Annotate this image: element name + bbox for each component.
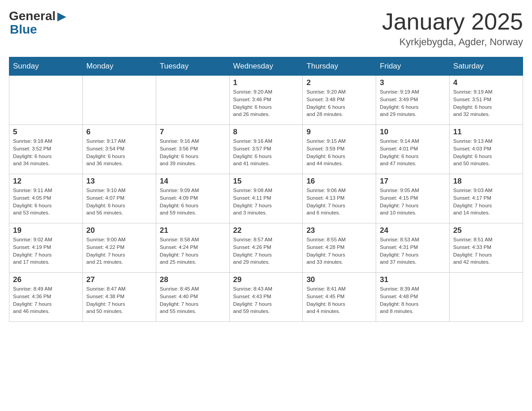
calendar-day-cell: 24Sunrise: 8:53 AM Sunset: 4:31 PM Dayli… [376, 223, 450, 273]
calendar-day-cell: 15Sunrise: 9:08 AM Sunset: 4:11 PM Dayli… [229, 174, 303, 223]
day-info: Sunrise: 9:13 AM Sunset: 4:03 PM Dayligh… [453, 137, 519, 167]
day-info: Sunrise: 9:15 AM Sunset: 3:59 PM Dayligh… [306, 137, 372, 167]
day-info: Sunrise: 8:43 AM Sunset: 4:43 PM Dayligh… [233, 285, 299, 315]
calendar-day-cell: 10Sunrise: 9:14 AM Sunset: 4:01 PM Dayli… [376, 125, 450, 174]
calendar-day-cell: 20Sunrise: 9:00 AM Sunset: 4:22 PM Dayli… [82, 223, 156, 273]
calendar-week-row: 1Sunrise: 9:20 AM Sunset: 3:46 PM Daylig… [9, 76, 523, 125]
calendar-header-right: January 2025 Kyrkjebygda, Agder, Norway [382, 9, 523, 48]
calendar-day-cell: 16Sunrise: 9:06 AM Sunset: 4:13 PM Dayli… [303, 174, 376, 223]
calendar-day-cell: 13Sunrise: 9:10 AM Sunset: 4:07 PM Dayli… [82, 174, 156, 223]
day-number: 16 [306, 177, 372, 186]
calendar-day-cell [9, 76, 83, 125]
calendar-day-cell: 25Sunrise: 8:51 AM Sunset: 4:33 PM Dayli… [450, 223, 523, 273]
calendar-day-cell: 7Sunrise: 9:16 AM Sunset: 3:56 PM Daylig… [156, 125, 229, 174]
logo: General Blue [9, 9, 66, 36]
day-number: 6 [86, 128, 152, 137]
calendar-day-cell: 17Sunrise: 9:05 AM Sunset: 4:15 PM Dayli… [376, 174, 450, 223]
day-of-week-header: Thursday [303, 57, 376, 76]
day-number: 26 [13, 275, 79, 284]
day-number: 9 [306, 128, 372, 137]
day-info: Sunrise: 8:49 AM Sunset: 4:36 PM Dayligh… [13, 285, 79, 315]
day-info: Sunrise: 9:17 AM Sunset: 3:54 PM Dayligh… [86, 137, 152, 167]
day-info: Sunrise: 9:03 AM Sunset: 4:17 PM Dayligh… [453, 187, 519, 217]
day-number: 28 [160, 275, 226, 284]
calendar-day-cell: 30Sunrise: 8:41 AM Sunset: 4:45 PM Dayli… [303, 273, 376, 322]
day-number: 20 [86, 226, 152, 235]
day-number: 19 [13, 226, 79, 235]
day-number: 1 [233, 78, 299, 87]
day-info: Sunrise: 9:16 AM Sunset: 3:56 PM Dayligh… [160, 137, 226, 167]
calendar-day-cell: 1Sunrise: 9:20 AM Sunset: 3:46 PM Daylig… [229, 76, 303, 125]
logo-icon [57, 13, 66, 21]
day-info: Sunrise: 8:55 AM Sunset: 4:28 PM Dayligh… [306, 236, 372, 266]
day-number: 27 [86, 275, 152, 284]
day-info: Sunrise: 9:05 AM Sunset: 4:15 PM Dayligh… [380, 187, 446, 217]
calendar-day-cell: 28Sunrise: 8:45 AM Sunset: 4:40 PM Dayli… [156, 273, 229, 322]
day-of-week-header: Wednesday [229, 57, 303, 76]
day-of-week-header: Tuesday [156, 57, 229, 76]
calendar-day-cell: 12Sunrise: 9:11 AM Sunset: 4:05 PM Dayli… [9, 174, 83, 223]
calendar-day-cell: 4Sunrise: 9:19 AM Sunset: 3:51 PM Daylig… [450, 76, 523, 125]
day-info: Sunrise: 9:19 AM Sunset: 3:51 PM Dayligh… [453, 88, 519, 118]
calendar-day-cell: 23Sunrise: 8:55 AM Sunset: 4:28 PM Dayli… [303, 223, 376, 273]
day-number: 2 [306, 78, 372, 87]
calendar-day-cell: 14Sunrise: 9:09 AM Sunset: 4:09 PM Dayli… [156, 174, 229, 223]
day-number: 18 [453, 177, 519, 186]
day-info: Sunrise: 9:19 AM Sunset: 3:49 PM Dayligh… [380, 88, 446, 118]
day-number: 4 [453, 78, 519, 87]
calendar-table: SundayMondayTuesdayWednesdayThursdayFrid… [9, 57, 523, 322]
day-number: 11 [453, 128, 519, 137]
calendar-day-cell: 8Sunrise: 9:16 AM Sunset: 3:57 PM Daylig… [229, 125, 303, 174]
day-number: 8 [233, 128, 299, 137]
calendar-title: January 2025 [382, 9, 523, 34]
page-header: General Blue January 2025 Kyrkjebygda, A… [9, 9, 523, 48]
calendar-day-cell: 19Sunrise: 9:02 AM Sunset: 4:19 PM Dayli… [9, 223, 83, 273]
calendar-day-cell: 3Sunrise: 9:19 AM Sunset: 3:49 PM Daylig… [376, 76, 450, 125]
calendar-subtitle: Kyrkjebygda, Agder, Norway [382, 36, 523, 48]
day-info: Sunrise: 8:45 AM Sunset: 4:40 PM Dayligh… [160, 285, 226, 315]
calendar-day-cell [450, 273, 523, 322]
calendar-week-row: 26Sunrise: 8:49 AM Sunset: 4:36 PM Dayli… [9, 273, 523, 322]
day-number: 5 [13, 128, 79, 137]
calendar-day-cell: 18Sunrise: 9:03 AM Sunset: 4:17 PM Dayli… [450, 174, 523, 223]
day-info: Sunrise: 8:51 AM Sunset: 4:33 PM Dayligh… [453, 236, 519, 266]
calendar-day-cell: 29Sunrise: 8:43 AM Sunset: 4:43 PM Dayli… [229, 273, 303, 322]
day-of-week-header: Sunday [9, 57, 83, 76]
day-info: Sunrise: 9:06 AM Sunset: 4:13 PM Dayligh… [306, 187, 372, 217]
logo-blue-text: Blue [10, 23, 66, 36]
calendar-day-cell [156, 76, 229, 125]
day-number: 21 [160, 226, 226, 235]
day-info: Sunrise: 9:11 AM Sunset: 4:05 PM Dayligh… [13, 187, 79, 217]
svg-marker-0 [57, 13, 66, 21]
day-number: 10 [380, 128, 446, 137]
logo-general-text: General [9, 9, 56, 23]
calendar-day-cell [82, 76, 156, 125]
day-info: Sunrise: 8:47 AM Sunset: 4:38 PM Dayligh… [86, 285, 152, 315]
day-info: Sunrise: 9:02 AM Sunset: 4:19 PM Dayligh… [13, 236, 79, 266]
calendar-day-cell: 27Sunrise: 8:47 AM Sunset: 4:38 PM Dayli… [82, 273, 156, 322]
day-info: Sunrise: 8:39 AM Sunset: 4:48 PM Dayligh… [380, 285, 446, 315]
day-info: Sunrise: 8:53 AM Sunset: 4:31 PM Dayligh… [380, 236, 446, 266]
calendar-day-cell: 9Sunrise: 9:15 AM Sunset: 3:59 PM Daylig… [303, 125, 376, 174]
day-info: Sunrise: 9:20 AM Sunset: 3:48 PM Dayligh… [306, 88, 372, 118]
calendar-week-row: 12Sunrise: 9:11 AM Sunset: 4:05 PM Dayli… [9, 174, 523, 223]
day-info: Sunrise: 9:20 AM Sunset: 3:46 PM Dayligh… [233, 88, 299, 118]
day-info: Sunrise: 9:14 AM Sunset: 4:01 PM Dayligh… [380, 137, 446, 167]
day-number: 13 [86, 177, 152, 186]
day-of-week-header: Saturday [450, 57, 523, 76]
day-number: 22 [233, 226, 299, 235]
day-number: 7 [160, 128, 226, 137]
calendar-day-cell: 11Sunrise: 9:13 AM Sunset: 4:03 PM Dayli… [450, 125, 523, 174]
day-number: 31 [380, 275, 446, 284]
calendar-day-cell: 2Sunrise: 9:20 AM Sunset: 3:48 PM Daylig… [303, 76, 376, 125]
calendar-day-cell: 26Sunrise: 8:49 AM Sunset: 4:36 PM Dayli… [9, 273, 83, 322]
day-number: 3 [380, 78, 446, 87]
calendar-day-cell: 22Sunrise: 8:57 AM Sunset: 4:26 PM Dayli… [229, 223, 303, 273]
day-info: Sunrise: 8:58 AM Sunset: 4:24 PM Dayligh… [160, 236, 226, 266]
calendar-week-row: 5Sunrise: 9:18 AM Sunset: 3:52 PM Daylig… [9, 125, 523, 174]
day-number: 14 [160, 177, 226, 186]
calendar-week-row: 19Sunrise: 9:02 AM Sunset: 4:19 PM Dayli… [9, 223, 523, 273]
calendar-day-cell: 31Sunrise: 8:39 AM Sunset: 4:48 PM Dayli… [376, 273, 450, 322]
day-info: Sunrise: 9:09 AM Sunset: 4:09 PM Dayligh… [160, 187, 226, 217]
day-number: 29 [233, 275, 299, 284]
